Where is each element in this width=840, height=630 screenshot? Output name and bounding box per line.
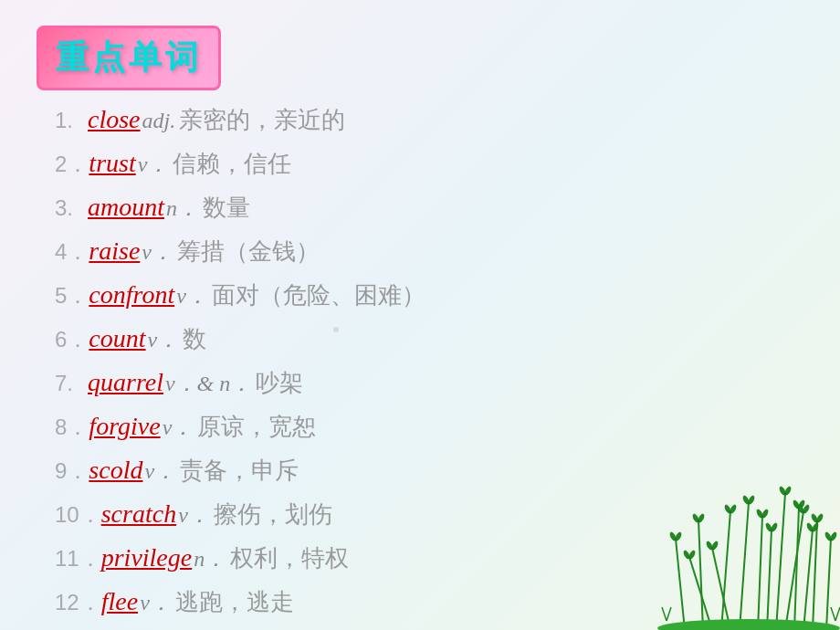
dot-decoration [333, 327, 339, 332]
word-chinese: 数量 [203, 190, 250, 226]
word-chinese: 吵架 [256, 365, 303, 401]
word-chinese: 擦伤，划伤 [214, 497, 332, 532]
word-chinese: 权利，特权 [230, 541, 349, 576]
word-number: 1. [55, 104, 88, 137]
word-pos: v．& n． [165, 367, 252, 400]
word-number: 5． [55, 279, 89, 312]
svg-line-18 [835, 607, 840, 621]
word-number: 8． [55, 411, 89, 444]
list-item: 9．scold v．责备，申斥 [55, 451, 425, 489]
svg-line-15 [662, 607, 667, 621]
word-pos: v． [163, 411, 194, 444]
word-english: count [89, 320, 145, 358]
word-chinese: 亲密的，亲近的 [179, 102, 345, 138]
word-number: 11． [55, 542, 101, 575]
svg-line-16 [667, 607, 671, 621]
list-item: 6．count v．数 [55, 320, 425, 358]
word-chinese: 面对（危险、困难） [212, 278, 425, 313]
word-number: 10． [55, 499, 101, 531]
word-number: 4． [55, 236, 89, 268]
list-item: 4．raise v．筹措（金钱） [55, 232, 425, 270]
word-english: raise [89, 232, 140, 270]
word-chinese: 逃跑，逃走 [175, 584, 294, 620]
word-chinese: 原谅，宽恕 [197, 409, 316, 445]
word-chinese: 数 [183, 321, 206, 357]
word-chinese: 责备，申斥 [180, 453, 299, 488]
svg-line-13 [803, 530, 813, 630]
word-chinese: 信赖，信任 [173, 146, 291, 182]
page-title: 重点单词 [56, 38, 202, 76]
decoration-svg [657, 429, 840, 630]
svg-line-1 [698, 520, 703, 630]
word-english: privilege [101, 539, 193, 577]
svg-line-0 [676, 539, 685, 630]
svg-line-5 [776, 493, 785, 630]
word-pos: v． [178, 499, 210, 531]
word-english: quarrel [88, 363, 163, 402]
word-english: scold [89, 451, 142, 489]
svg-line-8 [826, 539, 831, 630]
word-pos: v． [138, 148, 170, 181]
list-item: 10．scratch v．擦伤，划伤 [55, 495, 425, 533]
list-item: 8．forgive v．原谅，宽恕 [55, 407, 425, 446]
word-number: 7. [55, 367, 88, 400]
word-number: 12． [55, 586, 101, 619]
list-item: 12．flee v．逃跑，逃走 [55, 583, 425, 621]
word-number: 2． [55, 148, 89, 181]
word-number: 3. [55, 192, 88, 225]
list-item: 7.quarrel v．& n．吵架 [55, 363, 425, 402]
word-pos: v． [148, 323, 180, 356]
word-english: flee [101, 583, 138, 621]
word-pos: n． [194, 542, 226, 575]
list-item: 1.close adj.亲密的，亲近的 [55, 100, 425, 139]
word-pos: v． [144, 455, 176, 488]
word-pos: v． [140, 586, 172, 619]
word-pos: v． [176, 279, 208, 312]
word-english: close [88, 100, 141, 139]
svg-line-10 [712, 548, 730, 630]
title-box: 重点单词 [37, 26, 221, 90]
word-english: scratch [101, 495, 176, 533]
svg-line-3 [740, 502, 749, 630]
svg-line-17 [831, 607, 835, 621]
word-pos: n． [166, 192, 199, 225]
svg-line-4 [758, 516, 762, 630]
word-english: trust [89, 144, 135, 183]
word-list: 1.close adj.亲密的，亲近的2．trust v．信赖，信任3.amou… [55, 100, 425, 626]
list-item: 11．privilege n．权利，特权 [55, 539, 425, 577]
word-english: confront [89, 276, 174, 314]
word-chinese: 筹措（金钱） [177, 234, 320, 269]
word-number: 9． [55, 455, 89, 488]
word-number: 6． [55, 323, 89, 356]
list-item: 2．trust v．信赖，信任 [55, 144, 425, 183]
word-pos: v． [142, 236, 173, 268]
decoration [657, 429, 840, 630]
word-english: forgive [89, 407, 160, 446]
word-english: amount [88, 188, 164, 226]
word-pos: adj. [142, 104, 176, 137]
svg-line-11 [767, 530, 772, 630]
list-item: 3.amount n．数量 [55, 188, 425, 226]
svg-line-7 [813, 520, 817, 630]
list-item: 5．confront v．面对（危险、困难） [55, 276, 425, 314]
